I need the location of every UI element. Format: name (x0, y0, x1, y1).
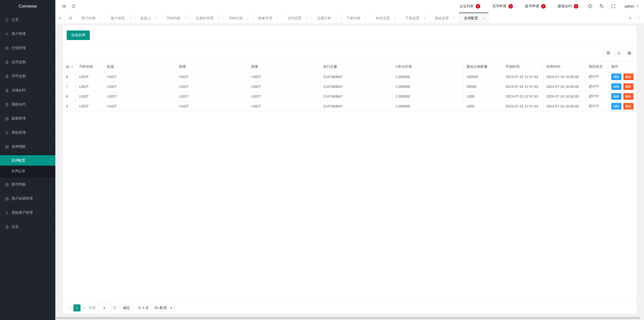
sidebar-item-4[interactable]: 币币交易 (0, 69, 55, 83)
palette-icon[interactable] (584, 0, 596, 13)
edit-button[interactable]: 编辑 (611, 83, 621, 90)
column-header-label: 项目状态 (589, 64, 603, 68)
tab-10[interactable]: 时长设置× (371, 13, 400, 23)
cell-3: USDT (176, 72, 248, 82)
count-badge: 0 (476, 4, 480, 9)
column-header-8: 开始时间 (502, 61, 543, 72)
chevron-down-icon (49, 211, 51, 214)
tab-11[interactable]: 下单设置× (400, 13, 430, 23)
cell-4: USDT (248, 101, 320, 111)
close-icon[interactable]: × (216, 16, 221, 20)
tab-3[interactable]: 币种列表× (161, 13, 191, 23)
topbar-shortcut-1[interactable]: 充币申请0 (486, 0, 519, 13)
prev-page-button[interactable]: ‹ (67, 305, 73, 310)
sidebar-subitem-0[interactable]: 质押配置 (0, 155, 55, 166)
edit-button[interactable]: 编辑 (611, 74, 621, 80)
close-icon[interactable]: × (305, 16, 309, 20)
topbar: 认证列表0充币申请0提币申请1极速合约0 admin (55, 0, 644, 13)
goto-confirm-button[interactable]: 确定 (120, 304, 133, 312)
sidebar-item-2[interactable]: 行情管理 (0, 41, 55, 55)
close-icon[interactable]: × (154, 16, 158, 20)
delete-button[interactable]: 删除 (623, 93, 633, 100)
columns-button[interactable] (604, 49, 612, 57)
refresh-icon[interactable] (69, 0, 78, 13)
sidebar-subitem-1[interactable]: 质押记录 (0, 166, 55, 176)
close-icon[interactable]: × (246, 16, 250, 20)
close-icon[interactable]: × (128, 16, 133, 20)
sidebar-item-label: 期权合约 (12, 102, 26, 107)
tab-6[interactable]: 商家管理× (253, 13, 283, 23)
tab-0[interactable]: 用户列表× (76, 13, 106, 23)
close-icon[interactable]: × (183, 16, 188, 20)
tab-5[interactable]: 币种行情× (224, 13, 253, 23)
close-icon[interactable]: × (481, 16, 486, 20)
gear-icon (5, 131, 9, 135)
sidebar-item-label: 系统管理 (12, 130, 26, 135)
column-header-5: 发行总量 (320, 61, 392, 72)
topbar-shortcut-2[interactable]: 提币申请1 (519, 0, 552, 13)
sidebar-item-label: 日志 (12, 225, 19, 229)
sidebar-item-6[interactable]: 期权合约 (0, 97, 55, 112)
print-button[interactable] (625, 49, 633, 57)
tab-13[interactable]: 质押配置× (459, 13, 489, 23)
tab-8[interactable]: 交易订单× (312, 13, 341, 23)
close-icon[interactable]: × (275, 16, 280, 20)
home-icon (5, 18, 9, 22)
sidebar-item-8[interactable]: 系统管理 (0, 126, 55, 140)
sidebar-item-11[interactable]: 用户反馈管理 (0, 192, 55, 206)
column-header-6: U本位价格 (392, 61, 463, 72)
close-icon[interactable]: × (393, 16, 397, 20)
tab-2[interactable]: 机器人× (135, 13, 161, 23)
page-size-select[interactable]: 10 条/页 ▼ (151, 304, 175, 312)
column-header-3: 摘要 (176, 61, 248, 72)
sidebar: Coinwow 主页用户管理行情管理法币交易币币交易永续合约期权合约新闻管理系统… (0, 0, 55, 320)
close-icon[interactable]: × (334, 16, 339, 20)
delete-button[interactable]: 删除 (623, 103, 633, 110)
collapse-menu-icon[interactable] (60, 0, 69, 13)
sidebar-item-5[interactable]: 永续合约 (0, 83, 55, 97)
shortcut-label: 充币申请 (492, 4, 506, 9)
cell-9: 2024-07-24 16:00:00 (543, 101, 585, 111)
add-pledge-button[interactable]: 添加质押 (67, 30, 90, 40)
tabs-menu-button[interactable] (635, 13, 644, 23)
topbar-shortcut-0[interactable]: 认证列表0 (454, 0, 486, 13)
user-menu[interactable]: admin (619, 0, 644, 13)
tab-9[interactable]: 下单列表× (341, 13, 371, 23)
tabs-scroll-right-button[interactable]: » (625, 13, 635, 23)
sidebar-item-9[interactable]: 质押理财 (0, 140, 55, 154)
current-page-button[interactable]: 1 (73, 304, 80, 311)
cell-10: 进行中 (585, 101, 608, 111)
topbar-shortcut-3[interactable]: 极速合约0 (552, 0, 584, 13)
tab-12[interactable]: 系统设置× (430, 13, 459, 23)
next-page-button[interactable]: › (80, 305, 87, 310)
close-icon[interactable]: × (422, 16, 427, 20)
edit-button[interactable]: 编辑 (611, 93, 621, 100)
tab-label: 交易订单 (317, 16, 331, 21)
sidebar-item-0[interactable]: 主页 (0, 13, 55, 27)
sidebar-item-13[interactable]: 日志 (0, 220, 55, 234)
close-icon[interactable]: × (364, 16, 368, 20)
delete-button[interactable]: 删除 (623, 74, 633, 80)
goto-page-input[interactable] (97, 304, 111, 312)
cell-8: 2023-07-25 12:57:43 (502, 72, 543, 82)
sort-icon[interactable] (71, 65, 73, 68)
sidebar-item-3[interactable]: 法币交易 (0, 55, 55, 69)
tab-1[interactable]: 账户类型× (106, 13, 135, 23)
sidebar-item-1[interactable]: 用户管理 (0, 27, 55, 41)
tab-4[interactable]: 交易对管理× (191, 13, 224, 23)
tabs-scroll-left-button[interactable]: « (55, 13, 65, 23)
edit-button[interactable]: 编辑 (611, 103, 621, 110)
sidebar-item-label: 质押理财 (12, 145, 26, 149)
tag-icon[interactable] (596, 0, 608, 13)
close-icon[interactable]: × (452, 16, 456, 20)
tab-home[interactable] (65, 13, 76, 23)
sidebar-item-10[interactable]: 新币申购 (0, 177, 55, 192)
tab-7[interactable]: 合约设置× (283, 13, 312, 23)
close-icon[interactable]: × (99, 16, 103, 20)
delete-button[interactable]: 删除 (623, 83, 633, 90)
sidebar-item-7[interactable]: 新闻管理 (0, 112, 55, 126)
horizontal-scrollbar[interactable] (56, 317, 640, 319)
fullscreen-icon[interactable] (608, 0, 619, 13)
export-button[interactable] (615, 49, 623, 57)
sidebar-item-12[interactable]: 系统用户管理 (0, 206, 55, 220)
